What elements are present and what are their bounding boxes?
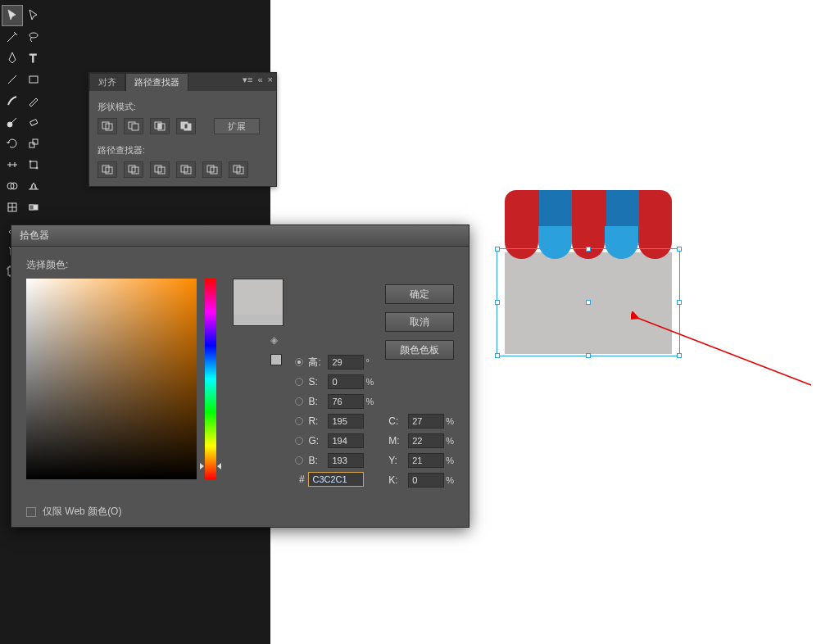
panel-tab-bar: 对齐 路径查找器 ▾≡ « × bbox=[89, 73, 276, 91]
eraser-tool[interactable] bbox=[23, 111, 44, 133]
svg-rect-8 bbox=[33, 139, 38, 144]
hue-marker[interactable] bbox=[217, 463, 221, 469]
selection-bounding-box[interactable] bbox=[497, 248, 680, 356]
input-c[interactable] bbox=[408, 414, 444, 429]
svg-rect-7 bbox=[29, 143, 34, 147]
svg-line-3 bbox=[8, 75, 16, 84]
shape-mode-intersect[interactable] bbox=[150, 118, 170, 134]
input-hex[interactable] bbox=[308, 472, 364, 487]
input-b[interactable] bbox=[328, 394, 364, 409]
input-k[interactable] bbox=[408, 473, 444, 488]
pathfinder-divide[interactable] bbox=[98, 161, 117, 178]
pathfinder-trim[interactable] bbox=[124, 161, 143, 178]
paintbrush-tool[interactable] bbox=[2, 90, 23, 111]
svg-rect-30 bbox=[158, 124, 161, 129]
resize-handle-ml[interactable] bbox=[495, 300, 500, 305]
rectangle-tool[interactable] bbox=[23, 69, 44, 90]
perspective-grid-tool[interactable] bbox=[23, 175, 44, 197]
awning[interactable] bbox=[505, 190, 672, 231]
shape-mode-exclude[interactable] bbox=[176, 118, 196, 134]
input-y[interactable] bbox=[408, 453, 444, 468]
dialog-title[interactable]: 拾色器 bbox=[11, 225, 469, 247]
width-tool[interactable] bbox=[2, 154, 23, 175]
svg-point-11 bbox=[36, 167, 38, 169]
input-s[interactable] bbox=[328, 374, 364, 389]
svg-rect-33 bbox=[184, 124, 188, 129]
tab-align[interactable]: 对齐 bbox=[89, 73, 125, 91]
old-color-swatch[interactable] bbox=[233, 315, 283, 326]
radio-b[interactable] bbox=[295, 397, 303, 406]
pathfinder-outline[interactable] bbox=[202, 161, 222, 178]
color-picker-dialog[interactable]: 拾色器 选择颜色: ◈ 高:° S:% B:% bbox=[11, 224, 469, 528]
mesh-tool[interactable] bbox=[2, 197, 23, 218]
type-tool[interactable]: T bbox=[23, 48, 44, 69]
line-segment-tool[interactable] bbox=[2, 69, 23, 90]
close-icon[interactable]: × bbox=[268, 75, 273, 85]
web-only-checkbox[interactable] bbox=[26, 507, 36, 517]
svg-rect-4 bbox=[29, 76, 38, 83]
pathfinder-crop[interactable] bbox=[176, 161, 196, 178]
center-point[interactable] bbox=[586, 300, 591, 305]
pen-tool[interactable] bbox=[2, 48, 23, 69]
hex-hash: # bbox=[295, 474, 308, 485]
radio-h[interactable] bbox=[295, 358, 303, 366]
lasso-tool[interactable] bbox=[23, 26, 44, 48]
pencil-tool[interactable] bbox=[23, 90, 44, 111]
shape-modes-label: 形状模式: bbox=[98, 101, 268, 113]
panel-menu-icon[interactable]: ▾≡ bbox=[243, 75, 252, 85]
radio-b2[interactable] bbox=[295, 456, 303, 465]
resize-handle-bm[interactable] bbox=[586, 353, 591, 358]
magic-wand-tool[interactable] bbox=[2, 26, 23, 48]
gradient-tool[interactable] bbox=[23, 197, 44, 218]
input-g[interactable] bbox=[328, 433, 364, 448]
svg-rect-6 bbox=[30, 119, 38, 125]
hue-slider[interactable] bbox=[205, 279, 216, 479]
tab-pathfinder[interactable]: 路径查找器 bbox=[125, 73, 188, 91]
radio-r[interactable] bbox=[295, 417, 303, 425]
resize-handle-tm[interactable] bbox=[586, 247, 591, 252]
shape-builder-tool[interactable] bbox=[2, 175, 23, 197]
pathfinder-merge[interactable] bbox=[150, 161, 170, 178]
ok-button[interactable]: 确定 bbox=[385, 284, 454, 304]
swatches-button[interactable]: 颜色色板 bbox=[385, 340, 454, 360]
svg-rect-16 bbox=[29, 205, 34, 210]
awning-stripe bbox=[606, 190, 639, 231]
input-r[interactable] bbox=[328, 414, 364, 429]
resize-handle-mr[interactable] bbox=[677, 300, 682, 305]
free-transform-tool[interactable] bbox=[23, 154, 44, 175]
saturation-brightness-field[interactable] bbox=[26, 279, 197, 479]
resize-handle-tl[interactable] bbox=[495, 247, 500, 252]
out-of-gamut-icon[interactable]: ◈ bbox=[270, 334, 282, 346]
radio-g[interactable] bbox=[295, 437, 303, 445]
pathfinder-ops-label: 路径查找器: bbox=[98, 144, 268, 156]
direct-selection-tool[interactable] bbox=[23, 5, 44, 26]
shape-mode-unite[interactable] bbox=[98, 118, 117, 134]
svg-point-1 bbox=[29, 33, 38, 38]
awning-stripe bbox=[539, 190, 572, 231]
color-preview bbox=[233, 279, 283, 326]
choose-color-label: 选择颜色: bbox=[26, 258, 454, 272]
resize-handle-bl[interactable] bbox=[495, 353, 500, 358]
hue-marker[interactable] bbox=[200, 463, 204, 469]
cancel-button[interactable]: 取消 bbox=[385, 312, 454, 332]
websafe-swatch[interactable] bbox=[270, 354, 282, 365]
scale-tool[interactable] bbox=[23, 133, 44, 154]
pathfinder-minus-back[interactable] bbox=[229, 161, 248, 178]
pathfinder-panel[interactable]: 对齐 路径查找器 ▾≡ « × 形状模式: 扩展 路径查找器: bbox=[88, 72, 277, 187]
blob-brush-tool[interactable] bbox=[2, 111, 23, 133]
rotate-tool[interactable] bbox=[2, 133, 23, 154]
new-color-swatch bbox=[233, 279, 283, 315]
expand-button[interactable]: 扩展 bbox=[214, 118, 260, 134]
radio-s[interactable] bbox=[295, 378, 303, 386]
shape-mode-minus-front[interactable] bbox=[124, 118, 143, 134]
resize-handle-tr[interactable] bbox=[677, 247, 682, 252]
svg-rect-27 bbox=[132, 124, 138, 130]
input-m[interactable] bbox=[408, 433, 444, 448]
collapse-icon[interactable]: « bbox=[257, 75, 262, 85]
input-h[interactable] bbox=[328, 355, 364, 370]
web-only-label: 仅限 Web 颜色(O) bbox=[43, 505, 121, 519]
svg-point-10 bbox=[29, 161, 31, 162]
selection-tool[interactable] bbox=[2, 5, 23, 26]
input-b2[interactable] bbox=[328, 453, 364, 468]
resize-handle-br[interactable] bbox=[677, 353, 682, 358]
